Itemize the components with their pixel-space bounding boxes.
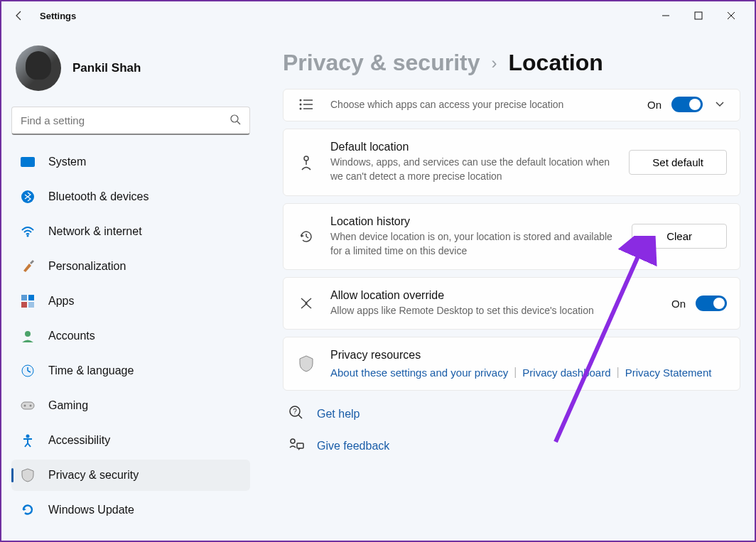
svg-point-13 [25, 331, 31, 337]
sidebar-item-update[interactable]: Windows Update [11, 494, 250, 526]
accounts-icon [20, 328, 36, 344]
update-icon [20, 502, 36, 518]
search-input[interactable] [21, 114, 230, 126]
search-box[interactable] [11, 107, 250, 135]
apps-icon [20, 293, 36, 309]
override-toggle[interactable] [696, 296, 727, 311]
svg-point-4 [231, 115, 238, 122]
svg-text:?: ? [293, 408, 297, 416]
search-icon [230, 114, 241, 128]
chevron-down-icon[interactable] [713, 101, 727, 108]
shield-icon [20, 467, 36, 483]
toggle-label: On [647, 99, 662, 111]
profile-name: Pankil Shah [72, 61, 141, 75]
card-privacy-resources: Privacy resources About these settings a… [283, 337, 740, 391]
sidebar-nav: System Bluetooth & devices Network & int… [11, 146, 250, 533]
svg-rect-33 [297, 443, 303, 448]
precise-location-toggle[interactable] [671, 97, 703, 112]
breadcrumb-parent[interactable]: Privacy & security [283, 50, 480, 76]
get-help-link[interactable]: Get help [317, 408, 360, 421]
profile[interactable]: Pankil Shah [11, 38, 250, 107]
link-privacy-statement[interactable]: Privacy Statement [625, 367, 712, 379]
svg-point-32 [291, 439, 295, 443]
minimize-button[interactable] [649, 4, 682, 27]
sidebar-item-accessibility[interactable]: Accessibility [11, 425, 250, 456]
clock-icon [20, 363, 36, 379]
system-icon [20, 154, 36, 170]
feedback-row[interactable]: Give feedback [283, 430, 740, 462]
app-title: Settings [40, 11, 76, 21]
sidebar-item-label: Accounts [48, 330, 95, 342]
set-default-button[interactable]: Set default [629, 150, 727, 175]
give-feedback-link[interactable]: Give feedback [317, 440, 389, 452]
sidebar-item-personalization[interactable]: Personalization [11, 251, 250, 282]
toggle-label: On [671, 298, 686, 310]
svg-point-20 [26, 435, 30, 438]
maximize-button[interactable] [682, 4, 715, 27]
sidebar-item-label: Gaming [48, 399, 88, 412]
svg-rect-10 [28, 295, 34, 300]
svg-point-27 [304, 156, 308, 161]
close-button[interactable] [715, 4, 747, 27]
window-controls [649, 4, 747, 27]
main: Privacy & security › Location Choose whi… [257, 30, 755, 541]
card-title: Location history [330, 215, 617, 228]
sidebar-item-label: Windows Update [48, 504, 134, 516]
list-icon [296, 98, 316, 111]
help-icon: ? [288, 405, 304, 423]
brush-icon [20, 259, 36, 274]
card-location-override: Allow location override Allow apps like … [283, 277, 740, 330]
svg-rect-1 [695, 12, 702, 19]
gamepad-icon [20, 398, 36, 413]
sidebar-item-gaming[interactable]: Gaming [11, 390, 250, 421]
sidebar-item-bluetooth[interactable]: Bluetooth & devices [11, 181, 250, 212]
card-title: Default location [330, 141, 615, 153]
card-precise-location[interactable]: Choose which apps can access your precis… [283, 89, 740, 121]
link-about-settings[interactable]: About these settings and your privacy [330, 367, 508, 379]
card-location-history: Location history When device location is… [283, 203, 740, 271]
svg-rect-6 [21, 157, 35, 167]
titlebar: Settings [1, 1, 755, 30]
svg-point-25 [300, 108, 302, 110]
card-desc: Choose which apps can access your precis… [330, 97, 633, 112]
sidebar-item-label: Personalization [48, 260, 126, 273]
sidebar-item-time[interactable]: Time & language [11, 355, 250, 386]
svg-point-21 [300, 99, 302, 102]
get-help-row[interactable]: ? Get help [283, 398, 740, 430]
svg-point-23 [300, 104, 302, 106]
sidebar: Pankil Shah System Bluetooth & devices N… [1, 30, 257, 541]
sidebar-item-apps[interactable]: Apps [11, 286, 250, 317]
override-icon [296, 296, 316, 311]
bluetooth-icon [20, 189, 36, 205]
sidebar-item-label: System [48, 156, 86, 168]
breadcrumb: Privacy & security › Location [283, 50, 740, 76]
svg-rect-17 [21, 402, 34, 409]
back-button[interactable] [9, 5, 30, 26]
chevron-right-icon: › [492, 53, 497, 73]
sidebar-item-label: Time & language [48, 364, 134, 377]
history-icon [296, 228, 316, 245]
accessibility-icon [20, 433, 36, 448]
sidebar-item-accounts[interactable]: Accounts [11, 320, 250, 352]
shield-icon [296, 355, 316, 372]
svg-line-29 [306, 237, 308, 238]
link-privacy-dashboard[interactable]: Privacy dashboard [522, 367, 610, 379]
card-title: Allow location override [330, 289, 657, 302]
feedback-icon [288, 438, 304, 455]
avatar [16, 45, 61, 91]
sidebar-item-label: Privacy & security [48, 469, 139, 482]
svg-rect-12 [28, 302, 34, 308]
clear-button[interactable]: Clear [632, 224, 727, 249]
link-separator: | [617, 366, 620, 379]
card-title: Privacy resources [330, 349, 727, 362]
card-default-location: Default location Windows, apps, and serv… [283, 129, 740, 196]
sidebar-item-label: Apps [48, 295, 74, 308]
svg-line-5 [237, 121, 240, 124]
card-desc: Windows, apps, and services can use the … [330, 155, 615, 184]
sidebar-item-network[interactable]: Network & internet [11, 216, 250, 247]
svg-point-18 [24, 405, 26, 407]
sidebar-item-system[interactable]: System [11, 146, 250, 178]
sidebar-item-privacy[interactable]: Privacy & security [11, 460, 250, 491]
svg-rect-11 [21, 302, 27, 308]
link-separator: | [514, 366, 517, 379]
